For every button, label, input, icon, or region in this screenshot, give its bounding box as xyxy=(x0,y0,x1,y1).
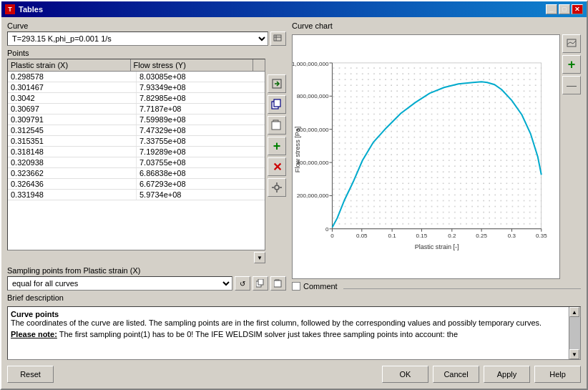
cell-y: 7.03755e+08 xyxy=(137,157,265,167)
sampling-copy-icon xyxy=(256,279,265,288)
import-button[interactable] xyxy=(268,74,286,93)
brief-description: Curve points The coordinates of the curv… xyxy=(7,306,581,360)
table-row[interactable]: 0.3014677.93349e+08 xyxy=(8,82,265,93)
table-row[interactable]: 0.30427.82985e+08 xyxy=(8,93,265,104)
brief-desc-title: Curve points xyxy=(11,310,566,318)
svg-text:0: 0 xyxy=(330,233,334,239)
cell-x: 0.326436 xyxy=(8,179,137,189)
comment-label: Comment xyxy=(303,282,338,291)
chart-remove-button[interactable]: — xyxy=(562,76,581,94)
cell-y: 7.33755e+08 xyxy=(137,136,265,146)
svg-text:Flow stress [Pa]: Flow stress [Pa] xyxy=(294,127,301,172)
sampling-section: Sampling points from Plastic strain (X) … xyxy=(7,266,286,291)
maximize-button[interactable]: □ xyxy=(559,4,570,14)
svg-text:800,000,000: 800,000,000 xyxy=(297,93,329,99)
svg-text:0.3: 0.3 xyxy=(508,233,516,239)
desc-scroll-up[interactable]: ▲ xyxy=(569,307,579,317)
cell-x: 0.298578 xyxy=(8,72,137,82)
sampling-paste-icon xyxy=(274,279,283,288)
table-row[interactable]: 0.306977.7187e+08 xyxy=(8,104,265,114)
svg-text:0.2: 0.2 xyxy=(448,233,456,239)
sampling-paste-button[interactable] xyxy=(270,276,286,291)
curve-edit-button[interactable] xyxy=(270,31,286,46)
footer-left-buttons: Reset xyxy=(7,366,54,383)
table-row[interactable]: 0.2985788.03085e+08 xyxy=(8,72,265,82)
comment-checkbox[interactable] xyxy=(292,282,300,291)
bottom-section: Brief description Curve points The coord… xyxy=(7,293,581,384)
please-note-body: The first sampling point(1) has to be 0!… xyxy=(59,330,458,338)
table-row[interactable]: 0.3319485.9734e+08 xyxy=(8,190,265,200)
table-row[interactable]: 0.3125457.47329e+08 xyxy=(8,125,265,136)
cell-y: 7.82985e+08 xyxy=(137,93,265,103)
points-table: Plastic strain (X) Flow stress (Y) 0.298… xyxy=(7,59,265,250)
cell-x: 0.318148 xyxy=(8,147,137,157)
svg-text:0.05: 0.05 xyxy=(356,233,368,239)
svg-rect-8 xyxy=(272,122,280,130)
curve-section: Curve T=293.15 K,phi_p=0.001 1/s xyxy=(7,21,286,46)
sampling-row: equal for all curves ↺ xyxy=(7,276,286,291)
cell-x: 0.312545 xyxy=(8,125,137,135)
settings-button[interactable] xyxy=(268,178,286,197)
sampling-select[interactable]: equal for all curves xyxy=(7,276,232,291)
cell-x: 0.323662 xyxy=(8,168,137,178)
col-header-x: Plastic strain (X) xyxy=(8,59,131,71)
svg-rect-20 xyxy=(332,63,541,229)
table-row[interactable]: 0.3264366.67293e+08 xyxy=(8,179,265,190)
chart-export-button[interactable] xyxy=(562,34,581,53)
cell-y: 6.86838e+08 xyxy=(137,168,265,178)
cell-y: 7.7187e+08 xyxy=(137,104,265,114)
scroll-down-arrow[interactable]: ▼ xyxy=(254,252,265,263)
brief-desc-note: Please note: The first sampling point(1)… xyxy=(11,330,566,338)
help-button[interactable]: Help xyxy=(534,366,581,383)
sampling-reset-button[interactable]: ↺ xyxy=(235,276,250,291)
table-row[interactable]: 0.3097917.59989e+08 xyxy=(8,114,265,125)
points-section: Points Plastic strain (X) Flow stress (Y… xyxy=(7,49,286,263)
import-icon xyxy=(271,78,283,89)
table-row[interactable]: 0.3209387.03755e+08 xyxy=(8,157,265,168)
window-title: Tables xyxy=(19,5,43,14)
minimize-button[interactable]: _ xyxy=(546,4,557,14)
footer-right-buttons: OK Cancel Apply Help xyxy=(382,366,581,383)
svg-rect-0 xyxy=(274,35,281,41)
cell-x: 0.331948 xyxy=(8,190,137,200)
points-table-container: Plastic strain (X) Flow stress (Y) 0.298… xyxy=(7,59,286,263)
cell-x: 0.315351 xyxy=(8,136,137,146)
svg-text:1,000,000,000: 1,000,000,000 xyxy=(293,61,329,67)
close-button[interactable]: ✕ xyxy=(572,4,583,14)
cell-x: 0.309791 xyxy=(8,114,137,125)
chart-add-button[interactable]: + xyxy=(562,55,581,74)
cancel-button[interactable]: Cancel xyxy=(433,366,479,383)
sampling-copy-button[interactable] xyxy=(253,276,268,291)
window-icon: T xyxy=(5,4,15,14)
apply-button[interactable]: Apply xyxy=(484,366,530,383)
table-row[interactable]: 0.3236626.86838e+08 xyxy=(8,168,265,179)
add-row-button[interactable]: + xyxy=(268,137,286,155)
svg-text:0.25: 0.25 xyxy=(476,233,487,239)
table-body[interactable]: 0.2985788.03085e+080.3014677.93349e+080.… xyxy=(8,72,265,250)
table-row[interactable]: 0.3153517.33755e+08 xyxy=(8,136,265,147)
svg-line-55 xyxy=(567,42,570,44)
paste-button[interactable] xyxy=(268,116,286,135)
cell-y: 8.03085e+08 xyxy=(137,72,265,82)
left-panel: Curve T=293.15 K,phi_p=0.001 1/s xyxy=(7,21,286,291)
delete-row-button[interactable]: ✕ xyxy=(268,157,286,176)
cell-y: 7.93349e+08 xyxy=(137,82,265,92)
svg-text:400,000,000: 400,000,000 xyxy=(297,160,329,166)
footer-buttons: Reset OK Cancel Apply Help xyxy=(7,363,581,384)
brief-desc-content: Curve points The coordinates of the curv… xyxy=(11,310,577,338)
svg-text:0.1: 0.1 xyxy=(388,233,397,239)
cell-x: 0.3042 xyxy=(8,93,137,103)
ok-button[interactable]: OK xyxy=(382,366,428,383)
cell-y: 6.67293e+08 xyxy=(137,179,265,189)
right-panel: Curve chart xyxy=(292,21,581,291)
curve-select[interactable]: T=293.15 K,phi_p=0.001 1/s xyxy=(7,31,268,46)
desc-scroll-down[interactable]: ▼ xyxy=(569,349,579,359)
svg-text:200,000,000: 200,000,000 xyxy=(297,192,329,199)
reset-button[interactable]: Reset xyxy=(7,366,54,383)
titlebar-controls: _ □ ✕ xyxy=(546,4,583,14)
points-label: Points xyxy=(7,49,286,57)
desc-scroll-track[interactable] xyxy=(569,317,580,349)
table-row[interactable]: 0.3181487.19289e+08 xyxy=(8,147,265,157)
titlebar: T Tables _ □ ✕ xyxy=(1,1,587,17)
copy-button[interactable] xyxy=(268,95,286,114)
